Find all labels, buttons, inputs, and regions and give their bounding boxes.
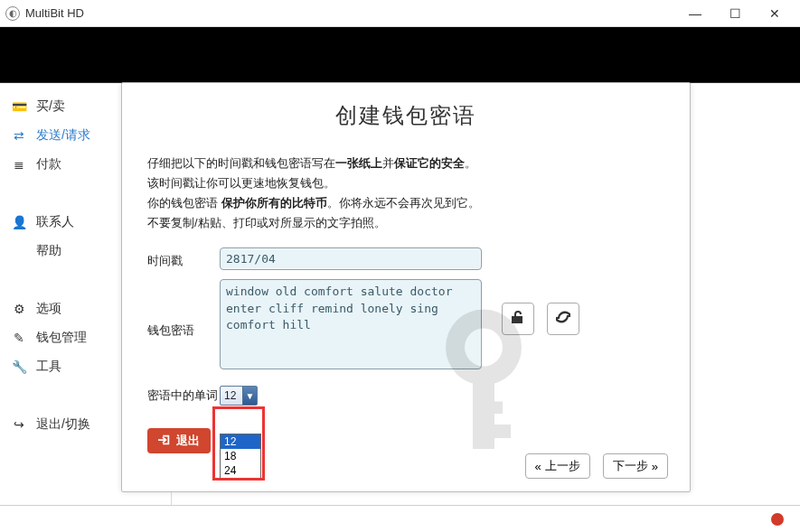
dialog-instruction-1: 仔细把以下的时间戳和钱包密语写在一张纸上并保证它的安全。 xyxy=(147,154,664,173)
next-button-label: 下一步 xyxy=(613,458,648,474)
sidebar-item-label: 买/卖 xyxy=(36,98,65,115)
transfer-icon: ⇄ xyxy=(11,128,27,143)
prev-button[interactable]: « 上一步 xyxy=(525,453,590,479)
lock-button[interactable] xyxy=(502,303,534,335)
wordcount-option-24[interactable]: 24 xyxy=(221,463,260,478)
seed-label: 钱包密语 xyxy=(147,279,220,339)
exit-button[interactable]: 退出 xyxy=(147,428,211,453)
dialog-title: 创建钱包密语 xyxy=(147,101,664,130)
wordcount-option-12[interactable]: 12 xyxy=(221,434,260,449)
chevron-down-icon: ▼ xyxy=(242,387,257,405)
header-strip xyxy=(0,27,800,83)
app-icon: ◐ xyxy=(5,6,20,21)
signout-icon: ↪ xyxy=(11,417,27,432)
seed-words-field[interactable]: window old comfort salute doctor enter c… xyxy=(220,279,482,369)
sidebar-item-label: 发送/请求 xyxy=(36,127,90,144)
next-button[interactable]: 下一步 » xyxy=(603,453,668,479)
wordcount-selected-value: 12 xyxy=(221,389,242,402)
close-button[interactable]: ✕ xyxy=(755,1,795,26)
dialog-instruction-2: 该时间戳让你可以更速地恢复钱包。 xyxy=(147,173,664,193)
wrench-icon: 🔧 xyxy=(11,359,27,374)
chevron-left-icon: « xyxy=(535,460,541,473)
sidebar-item-label: 退出/切换 xyxy=(36,416,90,433)
wordcount-dropdown[interactable]: 12 18 24 xyxy=(220,434,261,479)
chevron-right-icon: » xyxy=(652,460,658,473)
exit-button-label: 退出 xyxy=(176,433,200,449)
refresh-button[interactable] xyxy=(547,303,579,335)
titlebar: ◐ MultiBit HD — ☐ ✕ xyxy=(0,0,800,27)
gear-icon: ⚙ xyxy=(11,302,27,316)
timestamp-label: 时间戳 xyxy=(147,247,220,269)
signout-icon xyxy=(158,434,171,449)
timestamp-field[interactable]: 2817/04 xyxy=(220,247,482,270)
dialog-instruction-4: 不要复制/粘贴、打印或对所显示的文字拍照。 xyxy=(147,213,664,233)
wordcount-label: 密语中的单词 xyxy=(147,387,220,404)
user-icon: 👤 xyxy=(11,215,27,229)
card-icon: 💳 xyxy=(11,99,27,114)
prev-button-label: 上一步 xyxy=(545,458,580,474)
sidebar-item-label: 钱包管理 xyxy=(36,330,87,346)
sidebar-item-label: 付款 xyxy=(36,156,61,173)
wordcount-option-18[interactable]: 18 xyxy=(221,449,260,463)
edit-icon: ✎ xyxy=(11,331,27,345)
svg-rect-3 xyxy=(473,425,511,438)
minimize-button[interactable]: — xyxy=(675,1,715,26)
unlock-icon xyxy=(511,310,525,328)
status-indicator xyxy=(771,513,784,526)
sidebar-item-label: 联系人 xyxy=(36,214,74,230)
sidebar-item-label: 帮助 xyxy=(36,243,61,259)
window-title: MultiBit HD xyxy=(25,6,84,20)
refresh-icon xyxy=(556,310,570,328)
create-wallet-seed-dialog: 创建钱包密语 仔细把以下的时间戳和钱包密语写在一张纸上并保证它的安全。 该时间戳… xyxy=(121,82,691,492)
sidebar-item-label: 选项 xyxy=(36,301,61,317)
dialog-instruction-3: 你的钱包密语 保护你所有的比特币。你将永远不会再次见到它。 xyxy=(147,193,664,213)
maximize-button[interactable]: ☐ xyxy=(715,1,755,26)
wordcount-select[interactable]: 12 ▼ xyxy=(220,386,258,406)
sidebar-item-label: 工具 xyxy=(36,359,61,375)
footer xyxy=(0,505,800,532)
list-icon: ≣ xyxy=(11,157,27,172)
